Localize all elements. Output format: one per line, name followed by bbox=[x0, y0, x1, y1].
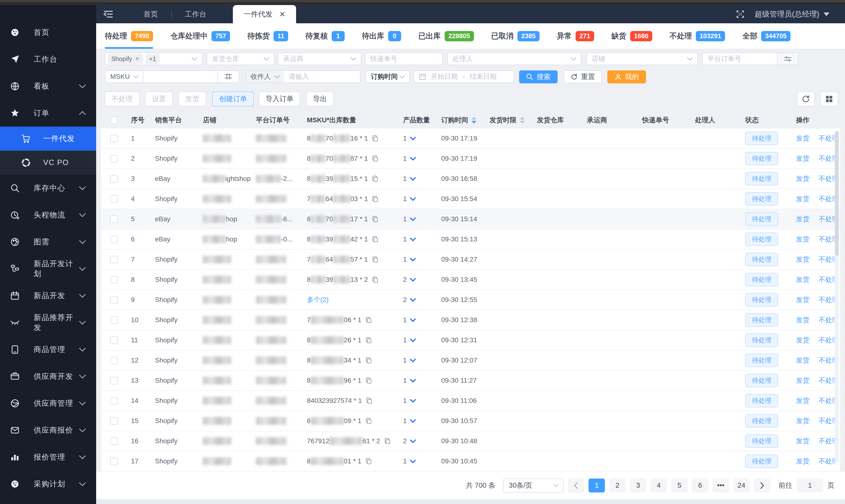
scrollbar-thumb[interactable] bbox=[835, 131, 839, 256]
action-button-6[interactable]: 导出 bbox=[306, 91, 334, 106]
ship-link[interactable]: 发货 bbox=[796, 174, 809, 183]
ship-link[interactable]: 发货 bbox=[796, 396, 809, 405]
ship-link[interactable]: 发货 bbox=[796, 134, 809, 143]
copy-icon[interactable] bbox=[372, 256, 379, 263]
recipient-search-group[interactable]: 收件人 请输入 bbox=[245, 70, 360, 83]
ship-link[interactable]: 发货 bbox=[796, 356, 809, 365]
copy-icon[interactable] bbox=[372, 216, 379, 222]
status-tab-11[interactable]: 全部344705 bbox=[742, 23, 790, 49]
carrier-select[interactable]: 承运商 bbox=[278, 53, 361, 65]
copy-icon[interactable] bbox=[365, 458, 372, 465]
page-button-6[interactable]: 6 bbox=[692, 479, 708, 492]
store-select[interactable]: 店铺 bbox=[586, 53, 698, 65]
ship-link[interactable]: 发货 bbox=[796, 275, 809, 284]
sidebar-item-6[interactable]: VC PO bbox=[0, 151, 96, 175]
no-handle-link[interactable]: 不处理 bbox=[818, 376, 835, 385]
sidebar-item-9[interactable]: 图需 bbox=[0, 229, 96, 255]
sidebar-item-3[interactable]: 看板 bbox=[0, 73, 96, 100]
platform-multiselect[interactable]: Shopify ✕ +1 bbox=[105, 53, 203, 65]
row-checkbox[interactable] bbox=[110, 276, 118, 284]
date-end[interactable]: 结束日期 bbox=[470, 72, 496, 81]
no-handle-link[interactable]: 不处理 bbox=[818, 134, 835, 143]
column-settings-button[interactable] bbox=[820, 91, 838, 106]
expand-qty-icon[interactable] bbox=[410, 398, 416, 403]
page-button-5[interactable]: 5 bbox=[671, 479, 688, 492]
sidebar-item-16[interactable]: 供应商报价 bbox=[0, 417, 96, 444]
sidebar-item-7[interactable]: 库存中心 bbox=[0, 175, 96, 201]
sidebar-item-10[interactable]: 新品开发计划 bbox=[0, 255, 96, 282]
goto-page-input[interactable]: 1 bbox=[797, 479, 823, 492]
expand-qty-icon[interactable] bbox=[410, 298, 416, 302]
row-checkbox[interactable] bbox=[110, 397, 118, 404]
page-button-24[interactable]: 24 bbox=[733, 479, 750, 492]
row-checkbox[interactable] bbox=[110, 215, 118, 223]
copy-icon[interactable] bbox=[372, 276, 379, 283]
no-handle-link[interactable]: 不处理 bbox=[818, 154, 835, 163]
no-handle-link[interactable]: 不处理 bbox=[818, 316, 835, 325]
table-scrollbar[interactable] bbox=[835, 131, 839, 463]
row-checkbox[interactable] bbox=[110, 437, 118, 445]
no-handle-link[interactable]: 不处理 bbox=[818, 295, 835, 304]
expand-qty-icon[interactable] bbox=[410, 419, 416, 423]
more-pages-button[interactable]: ••• bbox=[712, 479, 729, 492]
status-tab-10[interactable]: 不处理103291 bbox=[670, 23, 725, 49]
ship-link[interactable]: 发货 bbox=[796, 376, 809, 385]
handler-select[interactable]: 处理人 bbox=[447, 53, 581, 65]
expand-qty-icon[interactable] bbox=[410, 257, 416, 262]
page-button-1[interactable]: 1 bbox=[588, 479, 605, 492]
no-handle-link[interactable]: 不处理 bbox=[818, 416, 835, 426]
expand-qty-icon[interactable] bbox=[410, 318, 416, 322]
sidebar-item-17[interactable]: 报价管理 bbox=[0, 444, 96, 471]
page-size-select[interactable]: 30条/页 bbox=[503, 479, 564, 492]
copy-icon[interactable] bbox=[365, 357, 372, 364]
msku-input[interactable] bbox=[143, 71, 217, 83]
copy-icon[interactable] bbox=[372, 236, 379, 242]
expand-qty-icon[interactable] bbox=[410, 156, 416, 161]
copy-icon[interactable] bbox=[365, 377, 372, 384]
header-tab-3[interactable]: 一件代发✕ bbox=[233, 5, 296, 23]
copy-icon[interactable] bbox=[366, 397, 372, 404]
row-checkbox[interactable] bbox=[110, 377, 118, 384]
header-tab-2[interactable]: 工作台 bbox=[172, 5, 220, 23]
status-tab-8[interactable]: 异常271 bbox=[557, 23, 594, 49]
copy-icon[interactable] bbox=[365, 337, 372, 343]
sort-icons[interactable] bbox=[472, 117, 476, 124]
expand-qty-icon[interactable] bbox=[410, 237, 416, 241]
action-button-4[interactable]: 创建订单 bbox=[212, 91, 254, 106]
page-button-3[interactable]: 3 bbox=[630, 479, 646, 492]
ship-link[interactable]: 发货 bbox=[796, 316, 809, 325]
ship-link[interactable]: 发货 bbox=[796, 154, 809, 163]
row-checkbox[interactable] bbox=[110, 256, 118, 263]
expand-qty-icon[interactable] bbox=[410, 378, 416, 383]
status-tab-1[interactable]: 待处理7498 bbox=[105, 23, 153, 49]
status-tab-5[interactable]: 待出库0 bbox=[362, 23, 401, 49]
no-handle-link[interactable]: 不处理 bbox=[818, 336, 835, 345]
expand-qty-icon[interactable] bbox=[410, 338, 416, 342]
refresh-table-button[interactable] bbox=[797, 91, 815, 106]
sidebar-item-13[interactable]: 商品管理 bbox=[0, 336, 96, 363]
copy-icon[interactable] bbox=[372, 135, 379, 142]
no-handle-link[interactable]: 不处理 bbox=[818, 457, 835, 466]
action-button-3[interactable]: 发货 bbox=[178, 91, 206, 106]
status-tab-2[interactable]: 仓库处理中757 bbox=[171, 23, 230, 49]
status-tab-3[interactable]: 待拣货11 bbox=[247, 23, 288, 49]
ship-link[interactable]: 发货 bbox=[796, 255, 809, 264]
prev-page-button[interactable] bbox=[568, 479, 584, 492]
mine-button[interactable]: 我的 bbox=[607, 70, 646, 83]
msku-field-select[interactable]: MSKU bbox=[106, 71, 143, 83]
warehouse-select[interactable]: 发货仓库 bbox=[207, 53, 275, 65]
expand-qty-icon[interactable] bbox=[410, 197, 416, 201]
action-button-5[interactable]: 导入订单 bbox=[259, 91, 300, 106]
tracking-number-input[interactable]: 快递单号 bbox=[365, 53, 443, 65]
sidebar-item-15[interactable]: 供应商管理 bbox=[0, 390, 96, 417]
ship-link[interactable]: 发货 bbox=[796, 336, 809, 345]
ship-link[interactable]: 发货 bbox=[796, 215, 809, 224]
copy-icon[interactable] bbox=[365, 317, 372, 323]
ship-link[interactable]: 发货 bbox=[796, 416, 809, 426]
user-menu[interactable]: 超级管理员(总经理) bbox=[755, 9, 829, 19]
remove-tag-icon[interactable]: ✕ bbox=[135, 55, 140, 62]
sidebar-item-1[interactable]: 首页 bbox=[0, 19, 96, 46]
row-checkbox[interactable] bbox=[110, 175, 118, 183]
no-handle-link[interactable]: 不处理 bbox=[818, 255, 835, 264]
sidebar-item-12[interactable]: 新品推荐开发 bbox=[0, 309, 96, 336]
